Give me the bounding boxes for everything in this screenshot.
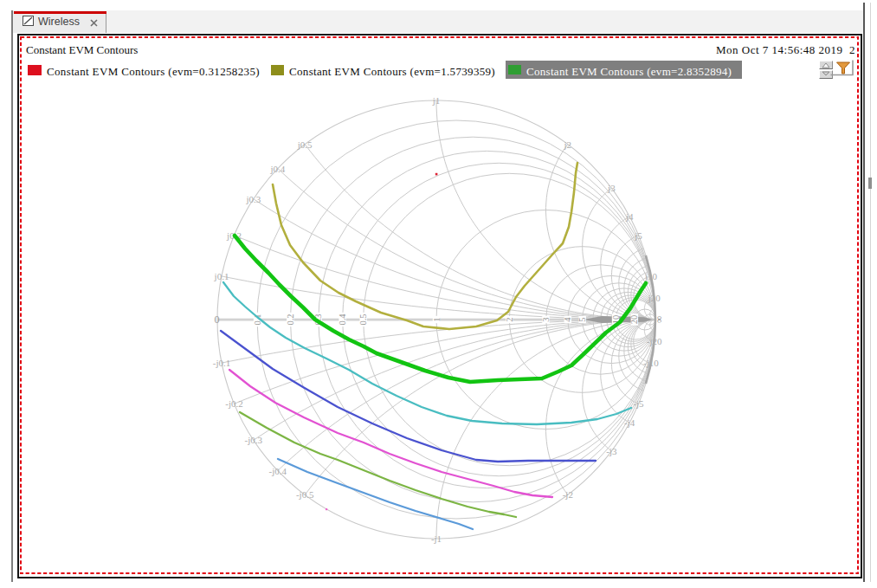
svg-text:j0.5: j0.5	[297, 139, 313, 150]
svg-text:0.4: 0.4	[338, 313, 347, 326]
svg-text:-j3: -j3	[606, 446, 617, 456]
svg-text:j5: j5	[634, 230, 642, 241]
svg-text:j10: j10	[644, 271, 658, 281]
svg-text:3: 3	[541, 317, 551, 321]
svg-text:-j0.4: -j0.4	[269, 466, 287, 476]
svg-text:-j2: -j2	[563, 489, 573, 500]
svg-text:-j10: -j10	[643, 358, 659, 368]
svg-text:-j5: -j5	[633, 398, 644, 409]
svg-text:4: 4	[563, 317, 572, 322]
svg-text:-j4: -j4	[624, 417, 635, 428]
svg-text:j0.1: j0.1	[214, 271, 229, 281]
svg-text:j0.4: j0.4	[269, 164, 285, 174]
svg-text:j3: j3	[607, 183, 616, 193]
svg-text:-j0.3: -j0.3	[245, 435, 263, 445]
svg-text:20: 20	[629, 315, 639, 325]
svg-text:-j0.5: -j0.5	[296, 489, 314, 500]
svg-text:0.2: 0.2	[286, 313, 295, 325]
svg-text:j0.3: j0.3	[245, 194, 261, 204]
svg-text:j2: j2	[564, 139, 572, 150]
svg-text:0.5: 0.5	[358, 313, 368, 325]
svg-text:-j0.2: -j0.2	[225, 398, 242, 409]
svg-text:0: 0	[215, 313, 220, 326]
svg-text:-j1: -j1	[431, 533, 442, 544]
svg-text:j1: j1	[432, 95, 441, 106]
svg-text:-j20: -j20	[647, 336, 662, 346]
svg-text:-j0.1: -j0.1	[213, 358, 230, 368]
svg-text:5: 5	[577, 317, 587, 321]
svg-text:1: 1	[432, 317, 442, 321]
svg-text:2: 2	[505, 317, 514, 321]
svg-text:j4: j4	[625, 211, 634, 222]
svg-text:j20: j20	[648, 293, 661, 303]
svg-text:∞: ∞	[654, 316, 664, 323]
